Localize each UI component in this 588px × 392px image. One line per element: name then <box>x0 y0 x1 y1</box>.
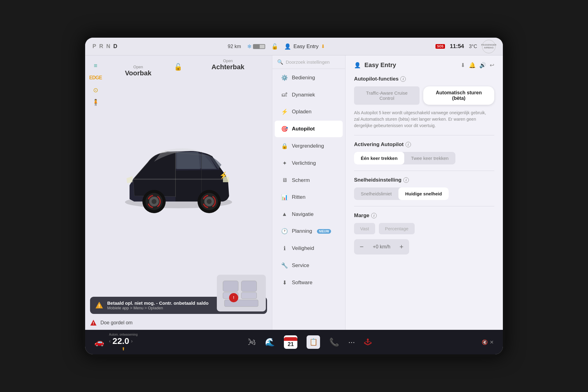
gear-p[interactable]: P <box>92 43 96 50</box>
dynamiek-icon: 🛋 <box>281 92 288 98</box>
back-icon[interactable]: ↩ <box>490 62 494 69</box>
vergrendeling-icon: 🔒 <box>281 143 288 149</box>
gear-r[interactable]: R <box>99 43 103 50</box>
menu-item-vergrendeling[interactable]: 🔒 Vergrendeling <box>275 138 343 154</box>
software-label: Software <box>292 280 312 286</box>
navigatie-icon: ▲ <box>281 211 288 217</box>
menu-item-ritten[interactable]: 📊 Ritten <box>275 189 343 205</box>
planning-badge: NIEUW <box>317 229 331 234</box>
een-keer-btn[interactable]: Één keer trekken <box>354 152 404 164</box>
volume-control[interactable]: 🔇 ✕ <box>482 339 494 345</box>
notification-icon[interactable]: 🔔 <box>469 62 476 69</box>
settings-menu: 🔍 Doorzoek instellingen ⚙️ Bediening 🛋 D… <box>272 55 345 330</box>
car-area: Open Voorbak 🔓 Open Achterbak <box>85 55 272 294</box>
snelheidslimiet-btn[interactable]: Snelheidslimiet <box>354 187 398 200</box>
temp-heat-icon: ⬆ <box>122 346 125 351</box>
wiper-icon[interactable]: 🌊 <box>265 337 275 347</box>
menu-item-planning[interactable]: 🕐 Planning NIEUW <box>275 223 343 239</box>
status-bar: P R N D 92 km ❄ 🔓 👤 Easy Entry ⬇ <box>85 38 503 55</box>
menu-item-navigatie[interactable]: ▲ Navigatie <box>275 206 343 222</box>
snelheid-info-icon[interactable]: i <box>403 177 409 183</box>
battery-bar <box>253 44 265 49</box>
menu-item-bediening[interactable]: ⚙️ Bediening <box>275 70 343 86</box>
autopilot-label: Autopilot <box>292 126 315 132</box>
opladen-icon: ⚡ <box>281 108 288 115</box>
autopilot-functies-label: Autopilot-functies <box>354 76 398 82</box>
seatbelt-notification: ! Doe gordel om <box>90 319 267 326</box>
stepper-plus-btn[interactable]: + <box>394 239 409 254</box>
search-bar[interactable]: 🔍 Doorzoek instellingen <box>272 55 345 69</box>
veiligheid-label: Veiligheid <box>292 245 314 251</box>
bottom-right: 🔇 ✕ <box>482 339 494 345</box>
menu-item-autopilot[interactable]: 🎯 Autopilot <box>275 121 343 137</box>
warning-subtitle: Mobiele app > Menu > Opladen <box>107 306 209 310</box>
ritten-icon: 📊 <box>281 194 288 201</box>
download-header-icon[interactable]: ⬇ <box>461 62 465 69</box>
svg-text:!: ! <box>99 303 100 308</box>
auto-sturen-btn[interactable]: Automatisch sturen (bèta) <box>423 86 494 105</box>
dynamiek-label: Dynamiek <box>292 92 315 98</box>
marge-info-icon[interactable]: i <box>371 213 377 218</box>
twee-keer-btn[interactable]: Twee keer trekken <box>404 152 455 164</box>
clock: 11:54 <box>450 43 464 50</box>
gear-d[interactable]: D <box>113 43 117 50</box>
divider-1 <box>354 135 494 135</box>
service-label: Service <box>292 262 309 269</box>
open-prefix-rear: Open <box>211 58 244 63</box>
menu-list: ⚙️ Bediening 🛋 Dynamiek ⚡ Opladen 🎯 Auto… <box>272 69 345 330</box>
phone-icon[interactable]: 📞 <box>329 337 339 347</box>
vast-btn[interactable]: Vast <box>354 223 375 234</box>
menu-item-software[interactable]: ⬇ Software <box>275 274 343 291</box>
notepad-icon[interactable]: 📋 <box>307 335 320 349</box>
menu-item-service[interactable]: 🔧 Service <box>275 257 343 274</box>
marge-title: Marge i <box>354 213 494 219</box>
prnd-display: P R N D <box>92 43 117 50</box>
seatbelt-warning-icon: ! <box>90 319 97 326</box>
autom-label: Autom. ontwaseming <box>109 333 138 336</box>
svg-point-11 <box>207 199 212 204</box>
range-display: 92 km <box>228 44 241 49</box>
car-bottom-icon[interactable]: 🚗 <box>94 337 104 347</box>
percentage-btn[interactable]: Percentage <box>379 223 415 234</box>
voorbak-label: Voorbak <box>125 69 151 77</box>
autopilot-info-icon[interactable]: i <box>400 76 406 82</box>
menu-item-veiligheid[interactable]: ℹ Veiligheid <box>275 240 343 257</box>
cruise-control-btn[interactable]: Traffic-Aware Cruise Control <box>354 86 420 105</box>
huidige-snelheid-btn[interactable]: Huidige snelheid <box>398 187 449 200</box>
svg-text:!: ! <box>233 296 234 300</box>
bediening-icon: ⚙️ <box>281 74 288 81</box>
easy-entry-label: Easy Entry <box>293 43 318 50</box>
calendar-icon[interactable]: 21 <box>284 335 297 349</box>
autopilot-description: Als Autopilot 5 keer wordt uitgeschakeld… <box>354 110 492 129</box>
svg-rect-19 <box>223 281 238 292</box>
seat-thumbnail: ! <box>217 275 266 311</box>
temperature: 3°C <box>469 44 477 49</box>
download-icon: ⬇ <box>321 43 325 49</box>
stepper-minus-btn[interactable]: − <box>354 239 369 254</box>
settings-header: 👤 Easy Entry ⬇ 🔔 🔊 ↩ <box>354 62 494 69</box>
snelheid-label: Snelheidsinstelling <box>354 177 401 183</box>
snelheid-options: Snelheidslimiet Huidige snelheid <box>354 187 449 200</box>
joystick-icon[interactable]: 🕹 <box>364 338 371 346</box>
bottom-center: 🌬 🌊 21 📋 📞 ··· 🕹 <box>138 335 482 349</box>
header-icons: ⬇ 🔔 🔊 ↩ <box>461 62 494 69</box>
gear-n[interactable]: N <box>106 43 110 50</box>
scherm-icon: 🖥 <box>281 177 288 183</box>
stepper-value: +0 km/h <box>369 244 394 250</box>
seatbelt-text: Doe gordel om <box>100 320 133 326</box>
climate-icon[interactable]: 🌬 <box>248 337 256 347</box>
sound-icon[interactable]: 🔊 <box>479 62 486 69</box>
sos-badge[interactable]: SOS <box>435 44 445 49</box>
more-icon[interactable]: ··· <box>348 337 355 347</box>
menu-item-verlichting[interactable]: ✦ Verlichting <box>275 155 343 172</box>
activering-info-icon[interactable]: i <box>405 142 411 147</box>
snelheid-title: Snelheidsinstelling i <box>354 177 494 183</box>
service-icon: 🔧 <box>281 262 288 269</box>
bottom-bar: 🚗 Autom. ontwaseming ‹ 22.0 › ⬆ 🌬 🌊 <box>85 330 503 354</box>
menu-item-opladen[interactable]: ⚡ Opladen <box>275 104 343 120</box>
marge-stepper: − +0 km/h + <box>354 239 409 254</box>
menu-item-scherm[interactable]: 🖥 Scherm <box>275 172 343 188</box>
climate-display[interactable]: Autom. ontwaseming ‹ 22.0 › ⬆ <box>109 333 138 352</box>
menu-item-dynamiek[interactable]: 🛋 Dynamiek <box>275 87 343 103</box>
volume-mute-icon: 🔇 <box>482 339 488 345</box>
